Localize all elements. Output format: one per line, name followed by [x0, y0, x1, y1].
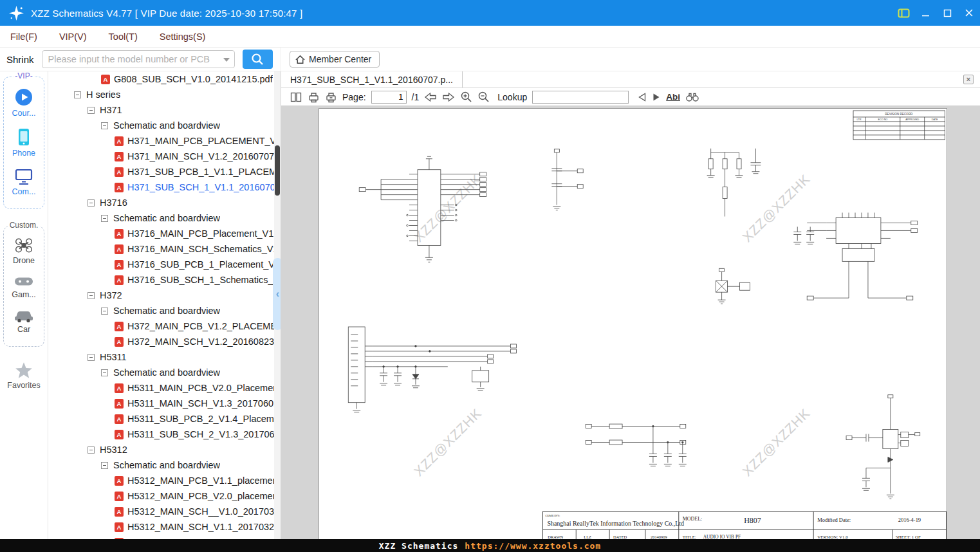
tree-item[interactable]: H3716: [48, 195, 274, 210]
match-case-icon[interactable]: Abi: [666, 92, 680, 102]
find-next-icon[interactable]: [652, 92, 661, 102]
collapse-icon[interactable]: [88, 354, 95, 361]
tree-item-label: H5312_SUB_PCB...: [127, 537, 212, 539]
svg-text:TITLE:: TITLE:: [683, 535, 696, 539]
tree-item[interactable]: Schematic and boardview: [48, 457, 274, 473]
pdf-file-icon: [115, 322, 124, 331]
shrink-button[interactable]: Shrink: [4, 51, 37, 68]
tree-item[interactable]: H371_MAIN_PCB_PLACEMENT_V1...: [48, 133, 274, 149]
facing-pages-icon[interactable]: [290, 91, 302, 103]
tree-item[interactable]: H372_MAIN_SCH_V1.2_20160823.p...: [48, 334, 274, 349]
vip-badge-icon[interactable]: [892, 0, 914, 26]
svg-text:DATED: DATED: [613, 535, 627, 539]
panel-collapse-handle[interactable]: [273, 258, 281, 330]
collapse-icon[interactable]: [101, 462, 108, 469]
schematic-page: XZZ@XZZHK XZZ@XZZHK XZZ@XZZHK XZZ@XZZHK: [319, 108, 947, 539]
tree-item[interactable]: H3716_SUB_PCB_1_Placement_V1...: [48, 257, 274, 272]
sidebar-item-course[interactable]: Cour...: [12, 87, 36, 118]
tree-item[interactable]: H5312_MAIN_SCH_V1.1_2017032...: [48, 519, 274, 535]
tree-item-label: H5312: [100, 445, 127, 455]
tree-item[interactable]: H5312_MAIN_PCB_V1.1_placemen...: [48, 473, 274, 488]
tree-item[interactable]: H5312_SUB_PCB...: [48, 535, 274, 539]
sidebar-item-computer[interactable]: Com...: [12, 167, 36, 196]
sidebar-item-drone[interactable]: Drone: [13, 237, 35, 265]
computer-icon: [14, 167, 33, 185]
member-center-button[interactable]: Member Center: [290, 51, 380, 68]
tree-item[interactable]: H3716_MAIN_PCB_Placement_V1...: [48, 226, 274, 241]
tree-scrollbar-thumb[interactable]: [275, 145, 280, 196]
model-search-input[interactable]: [42, 50, 235, 68]
tree-item[interactable]: Schematic and boardview: [48, 118, 274, 133]
collapse-icon[interactable]: [101, 215, 108, 222]
lookup-input[interactable]: [532, 91, 629, 104]
tree-item[interactable]: H371_SUB_PCB_1_V1.1_PLACEMEN...: [48, 164, 274, 179]
find-previous-icon[interactable]: [638, 92, 647, 102]
tree-item[interactable]: H371: [48, 102, 274, 118]
sidebar-item-phone[interactable]: Phone: [12, 127, 35, 158]
chevron-down-icon[interactable]: [223, 58, 230, 62]
tree-item[interactable]: H5311: [48, 349, 274, 365]
page-back-icon[interactable]: [424, 92, 437, 102]
zoom-in-icon[interactable]: [460, 91, 472, 103]
page-number-input[interactable]: [371, 91, 407, 104]
menu-file[interactable]: File(F): [10, 32, 37, 42]
gamepad-icon: [14, 275, 34, 288]
tree-item[interactable]: Schematic and boardview: [48, 210, 274, 226]
tree-item[interactable]: H5312: [48, 442, 274, 457]
tree-item-label: H372_MAIN_PCB_V1.2_PLACEMEN...: [127, 321, 274, 331]
tree-item[interactable]: H5312_MAIN_PCB_V2.0_placemen...: [48, 488, 274, 504]
collapse-icon[interactable]: [101, 369, 108, 376]
document-tab[interactable]: H371_SUB_SCH_1_V1.1_20160707.p...: [281, 71, 463, 87]
search-button[interactable]: [243, 50, 273, 69]
print-page-icon[interactable]: [325, 91, 337, 103]
collapse-icon[interactable]: [88, 107, 95, 114]
tree-item[interactable]: H5311_SUB_PCB_2_V1.4_Placemen...: [48, 411, 274, 427]
member-area: Member Center: [281, 48, 980, 71]
print-icon[interactable]: [308, 91, 320, 103]
member-center-label: Member Center: [309, 54, 371, 64]
sidebar-item-favorites[interactable]: Favorites: [7, 362, 40, 390]
tree-item-label: H5312_MAIN_SCH_V1.1_2017032...: [127, 522, 274, 532]
tree-item[interactable]: H series: [48, 87, 274, 102]
collapse-icon[interactable]: [74, 91, 81, 98]
collapse-icon[interactable]: [88, 446, 95, 454]
tree-item[interactable]: Schematic and boardview: [48, 365, 274, 380]
page-forward-icon[interactable]: [442, 92, 455, 102]
pdf-viewer[interactable]: XZZ@XZZHK XZZ@XZZHK XZZ@XZZHK XZZ@XZZHK: [281, 106, 980, 539]
pdf-file-icon: [115, 492, 124, 501]
tree-item[interactable]: Schematic and boardview: [48, 303, 274, 318]
zoom-out-icon[interactable]: [477, 91, 490, 103]
tree-item[interactable]: H372_MAIN_PCB_V1.2_PLACEMEN...: [48, 318, 274, 334]
tree-item[interactable]: H371_SUB_SCH_1_V1.1_20160707...: [48, 179, 274, 195]
tree-item[interactable]: G808_SUB_SCH_V1.0_20141215.pdf: [48, 71, 274, 87]
binoculars-icon[interactable]: [685, 91, 699, 102]
tree-item[interactable]: H5311_SUB_SCH_2_V1.3_2017060...: [48, 427, 274, 442]
collapse-icon[interactable]: [101, 122, 108, 129]
tree-item[interactable]: H371_MAIN_SCH_V1.2_20160707.p...: [48, 149, 274, 164]
close-document-icon[interactable]: [963, 75, 974, 84]
tree-item[interactable]: H372: [48, 288, 274, 303]
tree-item-label: H5312_MAIN_SCH__V1.0_2017032...: [127, 506, 274, 517]
svg-text:XZZ@XZZHK: XZZ@XZZHK: [739, 171, 813, 244]
minimize-button[interactable]: [914, 0, 936, 26]
svg-text:VERSION: V1.0: VERSION: V1.0: [817, 535, 848, 539]
collapse-icon[interactable]: [101, 308, 108, 315]
tree-item-label: H3716: [100, 198, 127, 208]
tree-item[interactable]: H5311_MAIN_PCB_V2.0_Placemen...: [48, 380, 274, 396]
collapse-icon[interactable]: [88, 292, 95, 299]
menu-tool[interactable]: Tool(T): [109, 32, 138, 42]
lookup-label: Lookup: [497, 92, 527, 102]
status-app-name: XZZ Schematics: [379, 541, 459, 551]
tree-item[interactable]: H5312_MAIN_SCH__V1.0_2017032...: [48, 504, 274, 519]
menu-vip[interactable]: VIP(V): [59, 32, 87, 42]
sidebar: -VIP- Cour... Phone Com... Custom.: [0, 71, 48, 539]
maximize-button[interactable]: [936, 0, 958, 26]
tree-item[interactable]: H3716_MAIN_SCH_Schematics_V1...: [48, 241, 274, 257]
sidebar-item-car[interactable]: Car: [14, 309, 34, 334]
tree-item[interactable]: H3716_SUB_SCH_1_Schematics_V...: [48, 272, 274, 288]
sidebar-item-game[interactable]: Gam...: [12, 275, 36, 299]
menu-settings[interactable]: Settings(S): [160, 32, 206, 42]
collapse-icon[interactable]: [88, 199, 95, 207]
tree-item[interactable]: H5311_MAIN_SCH_V1.3_20170601...: [48, 396, 274, 411]
close-button[interactable]: [958, 0, 980, 26]
